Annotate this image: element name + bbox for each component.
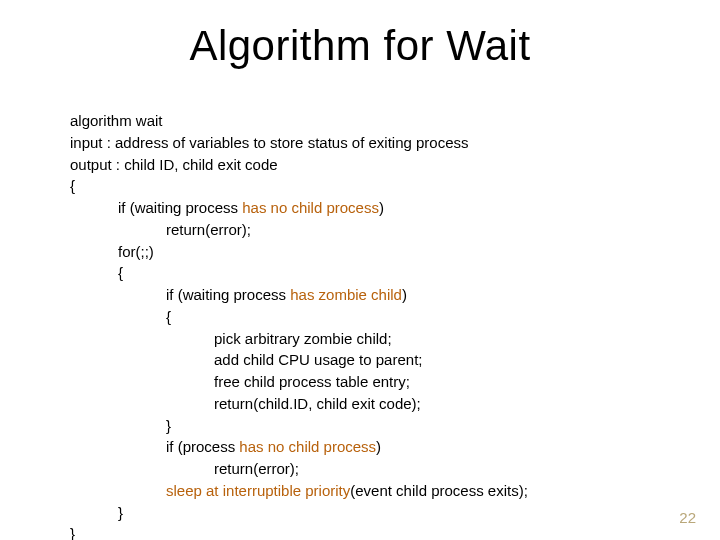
code-line: free child process table entry; — [70, 371, 528, 393]
code-line: input : address of variables to store st… — [70, 132, 528, 154]
code-line: } — [70, 415, 528, 437]
algorithm-body: algorithm wait input : address of variab… — [70, 110, 528, 540]
code-line: return(error); — [70, 458, 528, 480]
code-line: if (waiting process has zombie child) — [70, 284, 528, 306]
code-line: if (process has no child process) — [70, 436, 528, 458]
code-line: algorithm wait — [70, 110, 528, 132]
code-line: } — [70, 502, 528, 524]
code-line: for(;;) — [70, 241, 528, 263]
code-line: pick arbitrary zombie child; — [70, 328, 528, 350]
code-line: return(error); — [70, 219, 528, 241]
code-line: output : child ID, child exit code — [70, 154, 528, 176]
code-line: if (waiting process has no child process… — [70, 197, 528, 219]
code-line: return(child.ID, child exit code); — [70, 393, 528, 415]
code-line: add child CPU usage to parent; — [70, 349, 528, 371]
code-line: } — [70, 523, 528, 540]
page-number: 22 — [679, 509, 696, 526]
code-line: sleep at interruptible priority(event ch… — [70, 480, 528, 502]
code-line: { — [70, 175, 528, 197]
code-line: { — [70, 262, 528, 284]
slide-title: Algorithm for Wait — [0, 22, 720, 70]
code-line: { — [70, 306, 528, 328]
